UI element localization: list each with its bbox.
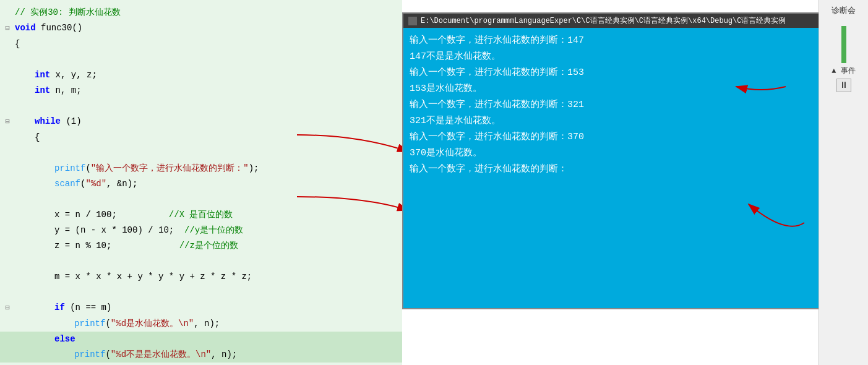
code-line-13: x = n / 100; //X 是百位的数 [0, 207, 402, 223]
terminal-titlebar: E:\Document\programmmLanguageExper\C\C语言… [403, 14, 846, 28]
terminal-line: 153是水仙花数。 [410, 81, 840, 97]
terminal-line: 输入一个数字，进行水仙花数的判断：147 [410, 33, 840, 49]
right-panel: E:\Document\programmmLanguageExper\C\C语言… [402, 0, 868, 365]
terminal-window: E:\Document\programmmLanguageExper\C\C语言… [402, 12, 848, 309]
terminal-line: 370是水仙花数。 [410, 145, 840, 161]
terminal-line: 输入一个数字，进行水仙花数的判断：153 [410, 65, 840, 81]
code-title-line: // 实例30: 判断水仙花数 [0, 5, 402, 20]
diagnostic-panel: 诊断会 ▲ 事件 ⏸ [819, 0, 868, 365]
code-line-20: printf("%d是水仙花数。\n", n); [0, 316, 402, 332]
code-lines: ⊟void func30(){int x, y, z;int n, m;⊟whi… [0, 20, 402, 365]
code-line-1: ⊟void func30() [0, 20, 402, 36]
code-line-6 [0, 98, 402, 114]
code-line-9 [0, 145, 402, 161]
diagnostic-section: ▲ 事件 [831, 66, 855, 76]
code-line-7: ⊟while (1) [0, 114, 402, 130]
code-line-16 [0, 254, 402, 269]
code-line-21: else [0, 332, 402, 347]
code-line-3 [0, 52, 402, 67]
terminal-body: 输入一个数字，进行水仙花数的判断：147147不是是水仙花数。输入一个数字，进行… [403, 28, 846, 308]
code-line-2: { [0, 36, 402, 52]
pause-button[interactable]: ⏸ [836, 79, 851, 92]
code-line-5: int n, m; [0, 83, 402, 98]
diagnostic-title: 诊断会 [829, 2, 858, 19]
diagnostic-bar [841, 26, 846, 63]
terminal-line: 321不是是水仙花数。 [410, 113, 840, 129]
terminal-line: 输入一个数字，进行水仙花数的判断：370 [410, 129, 840, 145]
code-line-4: int x, y, z; [0, 67, 402, 83]
watermark: CSDN @编程爱好者-阿新 [720, 348, 812, 359]
terminal-title: E:\Document\programmmLanguageExper\C\C语言… [421, 15, 786, 26]
code-panel: // 实例30: 判断水仙花数 ⊟void func30(){int x, y,… [0, 0, 402, 365]
code-line-17: m = x * x * x + y * y * y + z * z * z; [0, 269, 402, 285]
code-line-8: { [0, 130, 402, 145]
code-line-23: } [0, 363, 402, 365]
code-line-10: printf("输入一个数字，进行水仙花数的判断："); [0, 161, 402, 176]
terminal-line: 输入一个数字，进行水仙花数的判断： [410, 161, 840, 178]
terminal-icon [408, 17, 417, 25]
code-line-14: y = (n - x * 100) / 10; //y是十位的数 [0, 223, 402, 238]
code-line-12 [0, 192, 402, 207]
terminal-line: 147不是是水仙花数。 [410, 49, 840, 65]
code-line-22: printf("%d不是是水仙花数。\n", n); [0, 347, 402, 363]
terminal-line: 输入一个数字，进行水仙花数的判断：321 [410, 97, 840, 113]
code-line-11: scanf("%d", &n); [0, 176, 402, 192]
code-line-18 [0, 285, 402, 300]
code-line-19: ⊟if (n == m) [0, 300, 402, 316]
code-line-15: z = n % 10; //z是个位的数 [0, 238, 402, 254]
